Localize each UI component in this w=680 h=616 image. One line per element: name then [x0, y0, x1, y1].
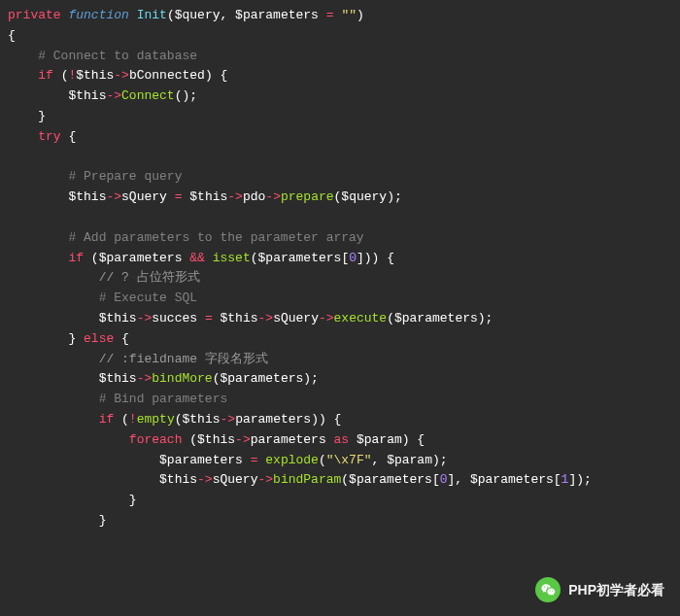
var-parameters: $parameters	[258, 251, 342, 265]
var-this: $this	[99, 311, 137, 325]
kw-private: private	[8, 8, 61, 22]
kw-as: as	[334, 432, 350, 447]
fn-execute: execute	[334, 311, 388, 325]
var-parameters: $parameters	[220, 371, 303, 386]
fn-bindparam: bindParam	[273, 472, 341, 487]
fn-bindmore: bindMore	[152, 371, 212, 386]
var-this: $this	[76, 68, 114, 83]
var-this: $this	[197, 432, 235, 447]
comment-addparams: # Add parameters to the parameter array	[68, 230, 363, 245]
var-parameters: $parameters	[159, 453, 243, 467]
prop-bconnected: bConnected	[129, 68, 205, 83]
code-block: private function Init($query, $parameter…	[0, 0, 680, 537]
comment-placeholder: // ? 占位符形式	[99, 270, 200, 285]
fn-isset: isset	[213, 251, 251, 265]
kw-function: function	[68, 8, 128, 22]
comment-execsql: # Execute SQL	[99, 291, 197, 305]
comment-bindparams: # Bind parameters	[99, 392, 228, 406]
var-this: $this	[159, 472, 197, 487]
prop-squery: sQuery	[213, 472, 258, 487]
var-query: $query	[341, 189, 387, 204]
var-this: $this	[68, 88, 106, 103]
fn-explode: explode	[265, 453, 319, 467]
watermark-text: PHP初学者必看	[568, 579, 664, 600]
var-param: $param	[357, 432, 402, 447]
fn-init: Init	[137, 8, 167, 22]
var-this: $this	[189, 189, 227, 204]
var-parameters: $parameters	[349, 472, 432, 487]
fn-prepare: prepare	[281, 189, 334, 204]
watermark: PHP初学者必看	[535, 577, 664, 602]
prop-succes: succes	[152, 311, 197, 325]
kw-foreach: foreach	[129, 432, 183, 447]
comment-fieldname: // :fieldname 字段名形式	[99, 352, 268, 366]
wechat-icon	[535, 577, 561, 602]
var-this: $this	[99, 371, 137, 386]
prop-squery: sQuery	[273, 311, 319, 325]
kw-if: if	[68, 251, 84, 265]
var-param: $param	[387, 453, 432, 467]
var-this: $this	[183, 412, 221, 427]
kw-if: if	[38, 68, 53, 83]
kw-if: if	[99, 412, 115, 427]
var-parameters: $parameters	[470, 472, 554, 487]
var-parameters: $parameters	[235, 8, 319, 22]
var-query: $query	[175, 8, 221, 22]
comment-connect: # Connect to database	[38, 49, 197, 63]
prop-parameters: parameters	[251, 432, 326, 447]
var-this: $this	[221, 311, 258, 325]
prop-parameters: parameters	[235, 412, 311, 427]
num-zero: 0	[440, 472, 448, 487]
prop-pdo: pdo	[243, 189, 265, 204]
var-this: $this	[68, 189, 106, 204]
fn-empty: empty	[137, 412, 175, 427]
str-x7f: "\x7F"	[326, 453, 372, 467]
fn-connect: Connect	[121, 88, 175, 103]
prop-squery: sQuery	[121, 189, 167, 204]
kw-else: else	[84, 331, 114, 346]
var-parameters: $parameters	[394, 311, 478, 325]
kw-try: try	[38, 129, 60, 144]
str-empty: ""	[341, 8, 357, 22]
num-zero: 0	[349, 251, 357, 265]
comment-prepare: # Prepare query	[68, 169, 182, 184]
var-parameters: $parameters	[99, 251, 183, 265]
